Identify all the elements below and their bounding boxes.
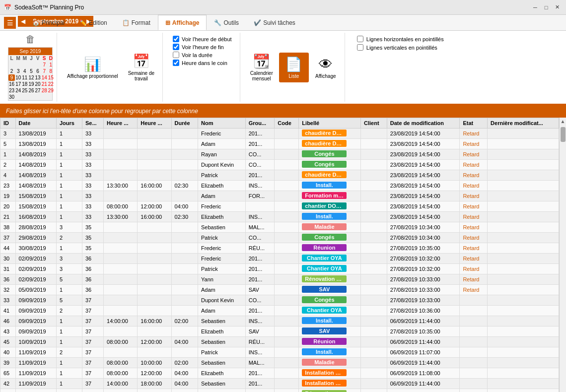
table-row[interactable]: 3102/09/2019336Patrick201...Chantier OYA… [0,264,559,274]
table-cell-modif: 23/08/2019 14:54:00 [387,201,460,212]
col-client[interactable]: Client [361,118,387,129]
affichage-proportionnel-button[interactable]: 📊 Affichage proportionnel [63,53,122,82]
table-row[interactable]: 313/08/2019133Frederic201...chaudière DU… [0,129,559,139]
table-cell: Elizabeth [198,368,246,379]
close-button[interactable]: ✕ [552,2,562,12]
table-row[interactable]: 1915/08/2019133AdamFOR...Formation mac..… [0,191,559,201]
tab-affichage[interactable]: ⊞ Affichage [158,15,207,30]
col-libelle[interactable]: Libellé [299,118,361,129]
table-cell: 36 [82,264,103,274]
scroll-up-button[interactable]: ▲ [560,118,566,125]
table-cell: 11/09/2019 [15,358,56,368]
table-cell-lastmod [488,295,559,306]
table-cell: 28/08/2019 [15,222,56,233]
table-row[interactable]: 4609/09/201913714:00:0016:00:0002:00Seba… [0,316,559,327]
v-scrollbar-thumb[interactable] [561,127,566,142]
hamburger-button[interactable]: ☰ [4,17,16,29]
table-row[interactable]: 3205/09/2019136AdamSAVSAV27/08/2019 10:3… [0,285,559,295]
table-row[interactable]: 4211/09/201913714:00:0018:00:0004:00Seba… [0,379,559,389]
table-cell-modif: 06/09/2019 11:44:00 [387,337,460,347]
table-cell [171,191,198,201]
table-row[interactable]: 3828/08/2019335SebastienMAL...Maladie27/… [0,222,559,233]
table-cell-lastmod [488,129,559,139]
table-row[interactable]: 3002/09/2019336Frederic201...Chantier OY… [0,254,559,264]
table-row[interactable]: 214/08/2019133Dupont KevinCO...Congés23/… [0,160,559,170]
table-row[interactable]: 4510/09/201913708:00:0012:00:0004:00Seba… [0,337,559,347]
col-duree[interactable]: Durée [171,118,198,129]
table-cell: 05/09/2019 [15,285,56,295]
table-cell: 2 [0,160,16,170]
table-row[interactable]: 4011/09/2019237PatrickINS...Install.06/0… [0,347,559,358]
table-row[interactable]: 6412/09/201913708:00:0010:00:0002:30Seba… [0,389,559,392]
col-etat[interactable]: Etat [460,118,488,129]
check-duree[interactable]: Voir la durée [173,52,232,58]
table-container[interactable]: ID Date Jours Se... Heure ... Heure ... … [0,118,559,392]
table-row[interactable]: 3911/09/201913708:00:0010:00:0002:00Seba… [0,358,559,368]
check-lignes-v[interactable]: Lignes verticales en pointillés [357,44,444,51]
table-cell: 08:00:00 [104,337,138,347]
check-heure-fin[interactable]: Voir l'heure de fin [173,44,232,50]
trash-button[interactable]: 🗑 [25,34,35,45]
calendrier-mensuel-button[interactable]: 📆 Calendriermensuel [246,53,277,82]
affichage-view-button[interactable]: 👁 Affichage [311,53,341,82]
table-row[interactable]: 3309/09/2019537Dupont KevinCO...Congés27… [0,295,559,306]
table-row[interactable]: 3602/09/2019536Yann201...Rénovation OE..… [0,274,559,285]
tab-suivitaches[interactable]: ✔️ Suivi tâches [246,15,303,30]
liste-button[interactable]: 📄 Liste [279,53,309,82]
tab-edition[interactable]: ✏️ Edition [72,15,115,30]
table-cell: 1 [56,149,82,160]
table-cell-lastmod [488,243,559,254]
col-id[interactable]: ID [0,118,16,129]
table-row[interactable]: 4430/08/2019135FredericRÉU...Réunion27/0… [0,243,559,254]
table-cell: 1 [56,327,82,337]
table-row[interactable]: 6511/09/201913708:00:0012:00:0004:00Eliz… [0,368,559,379]
table-row[interactable]: 2116/08/201913313:30:0016:00:0002:30Eliz… [0,212,559,222]
table-cell [275,379,299,389]
table-cell: 44 [0,243,16,254]
table-row[interactable]: 2314/08/201913313:30:0016:00:0002:30Eliz… [0,181,559,191]
col-code[interactable]: Code [275,118,299,129]
table-row[interactable]: 4109/09/2019237Adam201...Chantier OYA27/… [0,306,559,316]
table-cell: 1 [56,139,82,149]
col-se[interactable]: Se... [82,118,103,129]
cal-day-ven: V [35,55,41,62]
col-grou[interactable]: Grou... [245,118,275,129]
tab-format[interactable]: 📋 Format [115,15,158,30]
table-cell-libelle: Congés [299,295,361,306]
col-heure1[interactable]: Heure ... [104,118,138,129]
table-row[interactable]: 513/08/2019133Adam201...chaudière DUP...… [0,139,559,149]
tab-outils[interactable]: 🔧 Outils [207,15,246,30]
col-lastmod[interactable]: Dernière modificat... [488,118,559,129]
col-nom[interactable]: Nom [198,118,246,129]
table-cell: 35 [82,243,103,254]
tab-affichage-label: Affichage [172,19,200,26]
affichage-proportionnel-label: Affichage proportionnel [67,73,118,79]
col-date[interactable]: Date [15,118,56,129]
table-row[interactable]: 114/08/2019133RayanCO...Congés23/08/2019… [0,149,559,160]
check-lignes-h[interactable]: Lignes horizontales en pointillés [357,36,444,42]
semaine-travail-button[interactable]: 📅 Semaine detravail [124,53,158,82]
table-row[interactable]: 414/08/2019133Patrick201...chaudière DUP… [0,170,559,181]
check-heure-debut[interactable]: Voir l'heure de début [173,36,232,42]
table-cell-lastmod [488,201,559,212]
table-cell: 1 [56,316,82,327]
table-row[interactable]: 3729/08/2019235PatrickCO...Congés27/08/2… [0,233,559,243]
table-cell [138,347,171,358]
vertical-scrollbar[interactable]: ▲ ▼ [559,118,566,392]
tab-principal[interactable]: 🏠 Principal [25,15,72,30]
table-row[interactable]: 4309/09/2019137ElizabethSAVSAV27/08/2019… [0,327,559,337]
table-row[interactable]: 2015/08/201913308:00:0012:00:0004:00Fred… [0,201,559,212]
col-jours[interactable]: Jours [56,118,82,129]
check-heure-coin[interactable]: Heure dans le coin [173,60,232,66]
table-cell: 15/08/2019 [15,201,56,212]
col-modif[interactable]: Date de modification [387,118,460,129]
table-cell: 37 [82,358,103,368]
content-main: ID Date Jours Se... Heure ... Heure ... … [0,118,559,392]
minimize-button[interactable]: ─ [530,2,540,12]
maximize-button[interactable]: □ [541,2,551,12]
table-cell: 10:00:00 [138,389,171,392]
table-cell [138,274,171,285]
table-cell: 5 [56,295,82,306]
col-heure2[interactable]: Heure ... [138,118,171,129]
table-cell-lastmod [488,139,559,149]
